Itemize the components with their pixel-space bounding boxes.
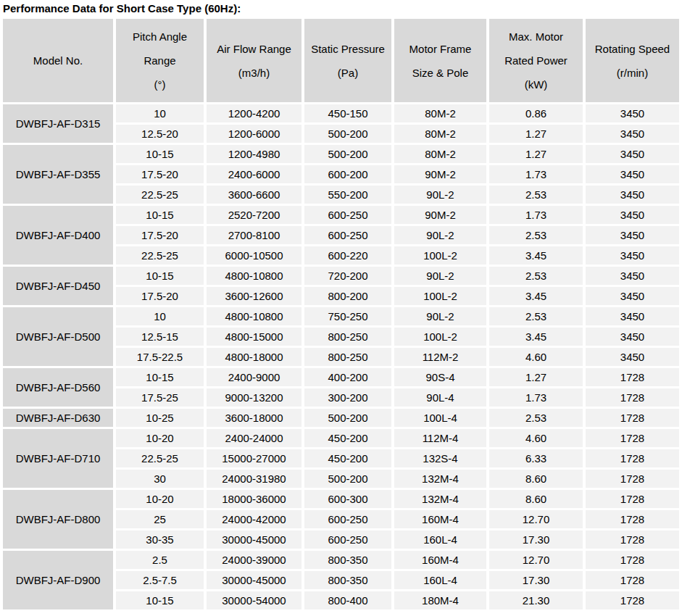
- rotating-speed-cell: 1728: [586, 368, 679, 386]
- static-pressure-cell: 800-250: [304, 348, 391, 366]
- rated-power-cell: 2.53: [489, 186, 583, 204]
- motor-frame-cell: 90S-4: [394, 368, 486, 386]
- rotating-speed-cell: 3450: [586, 348, 679, 366]
- air-flow-cell: 4800-10800: [207, 307, 302, 325]
- static-pressure-cell: 300-200: [304, 388, 391, 407]
- static-pressure-cell: 600-220: [304, 246, 391, 265]
- pitch-angle-cell: 2.5-7.5: [116, 571, 204, 589]
- model-cell: DWBFJ-AF-D450: [3, 267, 113, 305]
- pitch-angle-cell: 10-15: [116, 591, 204, 609]
- air-flow-cell: 30000-45000: [207, 571, 302, 589]
- motor-frame-cell: 90L-2: [394, 186, 486, 204]
- model-cell: DWBFJ-AF-D900: [3, 551, 113, 609]
- table-row: DWBFJ-AF-D45010-154800-10800720-20090L-2…: [3, 267, 679, 285]
- rotating-speed-cell: 3450: [586, 287, 679, 305]
- rated-power-cell: 17.30: [489, 571, 583, 589]
- air-flow-cell: 24000-42000: [207, 510, 302, 528]
- rated-power-cell: 0.86: [489, 104, 583, 122]
- pitch-angle-cell: 17.5-20: [116, 226, 204, 244]
- pitch-angle-cell: 22.5-25: [116, 449, 204, 467]
- pitch-angle-cell: 30: [116, 470, 204, 488]
- header-air-flow-range: Air Flow Range (m3/h): [207, 19, 302, 102]
- rated-power-cell: 12.70: [489, 510, 583, 528]
- rotating-speed-cell: 3450: [586, 246, 679, 265]
- air-flow-cell: 6000-10500: [207, 246, 302, 265]
- air-flow-cell: 24000-31980: [207, 470, 302, 488]
- rotating-speed-cell: 1728: [586, 591, 679, 609]
- pitch-angle-cell: 10-20: [116, 490, 204, 508]
- motor-frame-cell: 90L-4: [394, 388, 486, 407]
- air-flow-cell: 2400-24000: [207, 429, 302, 447]
- rotating-speed-cell: 1728: [586, 571, 679, 589]
- rated-power-cell: 12.70: [489, 551, 583, 569]
- pitch-angle-cell: 17.5-20: [116, 287, 204, 305]
- rotating-speed-cell: 3450: [586, 104, 679, 122]
- static-pressure-cell: 800-250: [304, 328, 391, 346]
- pitch-angle-cell: 10: [116, 104, 204, 122]
- static-pressure-cell: 800-350: [304, 571, 391, 589]
- air-flow-cell: 3600-12600: [207, 287, 302, 305]
- motor-frame-cell: 80M-2: [394, 125, 486, 143]
- motor-frame-cell: 100L-2: [394, 246, 486, 265]
- pitch-angle-cell: 22.5-25: [116, 246, 204, 265]
- pitch-angle-cell: 25: [116, 510, 204, 528]
- model-cell: DWBFJ-AF-D355: [3, 145, 113, 204]
- rated-power-cell: 2.53: [489, 267, 583, 285]
- motor-frame-cell: 132S-4: [394, 449, 486, 467]
- pitch-angle-cell: 12.5-15: [116, 328, 204, 346]
- rated-power-cell: 1.27: [489, 145, 583, 163]
- pitch-angle-cell: 10-20: [116, 429, 204, 447]
- static-pressure-cell: 450-150: [304, 104, 391, 122]
- page-title: Performance Data for Short Case Type (60…: [0, 0, 682, 17]
- rated-power-cell: 3.45: [489, 328, 583, 346]
- air-flow-cell: 30000-45000: [207, 530, 302, 549]
- table-row: DWBFJ-AF-D80010-2018000-36000600-300132M…: [3, 490, 679, 508]
- static-pressure-cell: 400-200: [304, 368, 391, 386]
- air-flow-cell: 15000-27000: [207, 449, 302, 467]
- rotating-speed-cell: 1728: [586, 388, 679, 407]
- motor-frame-cell: 132M-4: [394, 490, 486, 508]
- motor-frame-cell: 90M-2: [394, 206, 486, 224]
- table-row: DWBFJ-AF-D9002.524000-39000800-350160M-4…: [3, 551, 679, 569]
- static-pressure-cell: 800-400: [304, 591, 391, 609]
- rotating-speed-cell: 1728: [586, 530, 679, 549]
- rotating-speed-cell: 3450: [586, 145, 679, 163]
- pitch-angle-cell: 10-15: [116, 145, 204, 163]
- rotating-speed-cell: 1728: [586, 429, 679, 447]
- pitch-angle-cell: 10: [116, 307, 204, 325]
- rated-power-cell: 6.33: [489, 449, 583, 467]
- table-row: DWBFJ-AF-D56010-152400-9000400-20090S-41…: [3, 368, 679, 386]
- air-flow-cell: 2520-7200: [207, 206, 302, 224]
- rated-power-cell: 4.60: [489, 348, 583, 366]
- air-flow-cell: 18000-36000: [207, 490, 302, 508]
- motor-frame-cell: 112M-4: [394, 429, 486, 447]
- pitch-angle-cell: 10-15: [116, 267, 204, 285]
- rated-power-cell: 1.73: [489, 388, 583, 407]
- static-pressure-cell: 600-250: [304, 510, 391, 528]
- rotating-speed-cell: 1728: [586, 551, 679, 569]
- static-pressure-cell: 800-350: [304, 551, 391, 569]
- air-flow-cell: 24000-39000: [207, 551, 302, 569]
- model-cell: DWBFJ-AF-D800: [3, 490, 113, 549]
- pitch-angle-cell: 17.5-25: [116, 388, 204, 407]
- air-flow-cell: 1200-6000: [207, 125, 302, 143]
- motor-frame-cell: 90L-2: [394, 226, 486, 244]
- rotating-speed-cell: 3450: [586, 125, 679, 143]
- motor-frame-cell: 160M-4: [394, 510, 486, 528]
- header-pitch-angle-range: Pitch Angle Range (°): [116, 19, 204, 102]
- rated-power-cell: 1.73: [489, 206, 583, 224]
- static-pressure-cell: 450-200: [304, 429, 391, 447]
- air-flow-cell: 3600-6600: [207, 186, 302, 204]
- rated-power-cell: 3.45: [489, 287, 583, 305]
- rated-power-cell: 8.60: [489, 490, 583, 508]
- air-flow-cell: 30000-54000: [207, 591, 302, 609]
- table-row: DWBFJ-AF-D71010-202400-24000450-200112M-…: [3, 429, 679, 447]
- header-max-motor-rated-power: Max. Motor Rated Power (kW): [489, 19, 583, 102]
- static-pressure-cell: 750-250: [304, 307, 391, 325]
- header-rotating-speed: Rotating Speed (r/min): [586, 19, 679, 102]
- static-pressure-cell: 500-200: [304, 470, 391, 488]
- rotating-speed-cell: 3450: [586, 328, 679, 346]
- motor-frame-cell: 160L-4: [394, 530, 486, 549]
- air-flow-cell: 4800-18000: [207, 348, 302, 366]
- static-pressure-cell: 800-200: [304, 287, 391, 305]
